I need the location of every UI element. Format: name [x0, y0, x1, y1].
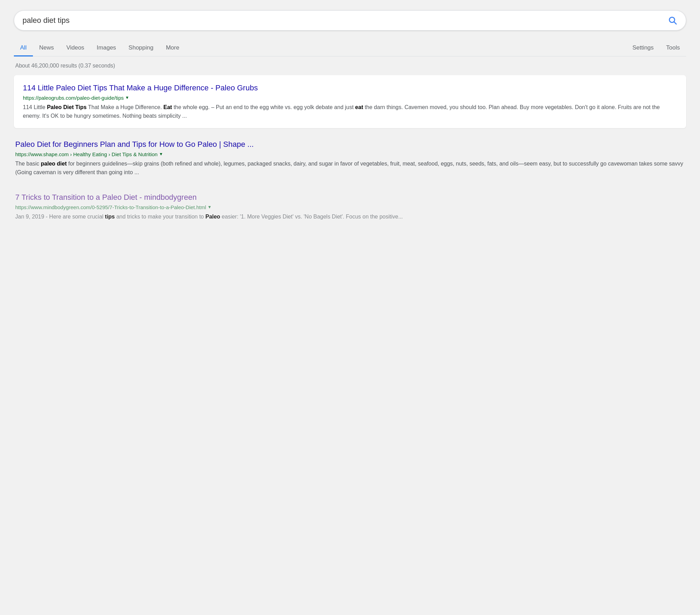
result-item-2: Paleo Diet for Beginners Plan and Tips f…	[14, 133, 686, 183]
tab-images[interactable]: Images	[90, 40, 122, 56]
search-bar: paleo diet tips	[14, 10, 686, 30]
result-title-2[interactable]: Paleo Diet for Beginners Plan and Tips f…	[15, 139, 685, 150]
results-count: About 46,200,000 results (0.37 seconds)	[14, 63, 686, 69]
nav-tabs: All News Videos Images Shopping More Set…	[14, 40, 686, 56]
result-snippet-3: Jan 9, 2019 - Here are some crucial tips…	[15, 212, 685, 221]
tab-all[interactable]: All	[14, 40, 33, 56]
tab-shopping[interactable]: Shopping	[122, 40, 160, 56]
svg-line-1	[674, 22, 676, 24]
search-button[interactable]	[668, 16, 677, 25]
url-dropdown-icon-3[interactable]: ▼	[208, 205, 212, 210]
result-title-3[interactable]: 7 Tricks to Transition to a Paleo Diet -…	[15, 192, 685, 203]
tab-tools[interactable]: Tools	[660, 40, 686, 56]
result-snippet-2: The basic paleo diet for beginners guide…	[15, 159, 685, 177]
result-url-1: https://paleogrubs.com/paleo-diet-guide/…	[23, 95, 677, 101]
url-dropdown-icon-2[interactable]: ▼	[159, 152, 163, 157]
tab-settings[interactable]: Settings	[626, 40, 660, 56]
result-url-2: https://www.shape.com › Healthy Eating ›…	[15, 151, 685, 157]
search-input[interactable]: paleo diet tips	[23, 16, 668, 25]
result-title-1[interactable]: 114 Little Paleo Diet Tips That Make a H…	[23, 83, 677, 93]
result-url-3: https://www.mindbodygreen.com/0-5295/7-T…	[15, 204, 685, 210]
tab-videos[interactable]: Videos	[60, 40, 90, 56]
result-snippet-1: 114 Little Paleo Diet Tips That Make a H…	[23, 103, 677, 121]
result-item-3: 7 Tricks to Transition to a Paleo Diet -…	[14, 186, 686, 227]
url-dropdown-icon-1[interactable]: ▼	[125, 95, 129, 100]
tab-news[interactable]: News	[33, 40, 60, 56]
tab-more[interactable]: More	[160, 40, 186, 56]
result-item-1: 114 Little Paleo Diet Tips That Make a H…	[14, 75, 686, 128]
search-icon	[668, 16, 677, 25]
